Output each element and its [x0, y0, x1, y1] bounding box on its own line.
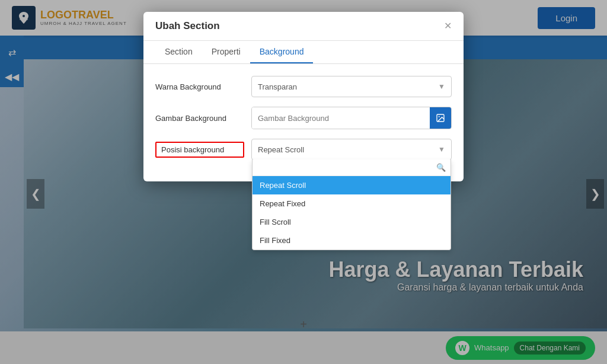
tab-background[interactable]: Background — [250, 41, 314, 63]
gambar-input[interactable] — [252, 107, 430, 129]
posisi-dropdown: 🔍 Repeat Scroll Repeat Fixed Fill Scroll — [252, 159, 451, 250]
search-icon: 🔍 — [436, 163, 446, 172]
option-repeat-scroll[interactable]: Repeat Scroll — [253, 176, 451, 194]
posisi-arrow-icon: ▼ — [438, 145, 445, 154]
modal-overlay[interactable]: Ubah Section ✕ Section Properti Backgrou… — [0, 0, 607, 364]
tab-properti[interactable]: Properti — [202, 41, 250, 63]
warna-label: Warna Background — [155, 82, 244, 91]
modal-body: Warna Background Transparan ▼ Gambar Bac… — [143, 64, 464, 181]
dropdown-search-input[interactable] — [257, 163, 436, 172]
modal-title: Ubah Section — [155, 20, 220, 32]
posisi-select[interactable]: Repeat Scroll ▼ 🔍 Repeat Scroll — [251, 139, 452, 160]
option-repeat-fixed[interactable]: Repeat Fixed — [253, 194, 451, 213]
warna-select[interactable]: Transparan ▼ — [251, 76, 452, 97]
option-fill-scroll[interactable]: Fill Scroll — [253, 213, 451, 231]
gambar-upload-button[interactable] — [430, 107, 451, 129]
gambar-label: Gambar Background — [155, 114, 244, 123]
gambar-input-wrap — [251, 107, 452, 129]
modal-dialog: Ubah Section ✕ Section Properti Backgrou… — [143, 12, 464, 181]
posisi-label: Posisi background — [155, 142, 244, 158]
posisi-row: Posisi background Repeat Scroll ▼ 🔍 Rep — [155, 139, 452, 160]
dropdown-search-row: 🔍 — [253, 159, 451, 176]
warna-value: Transparan — [258, 82, 297, 91]
option-fill-fixed[interactable]: Fill Fixed — [253, 231, 451, 250]
modal-tabs: Section Properti Background — [143, 41, 464, 64]
gambar-row: Gambar Background — [155, 107, 452, 129]
tab-section[interactable]: Section — [155, 41, 202, 63]
image-icon — [436, 113, 445, 123]
svg-point-2 — [439, 116, 440, 117]
modal-close-button[interactable]: ✕ — [444, 21, 452, 31]
posisi-value: Repeat Scroll — [258, 145, 304, 154]
modal-header: Ubah Section ✕ — [143, 12, 464, 41]
warna-row: Warna Background Transparan ▼ — [155, 76, 452, 97]
warna-arrow-icon: ▼ — [438, 82, 445, 91]
